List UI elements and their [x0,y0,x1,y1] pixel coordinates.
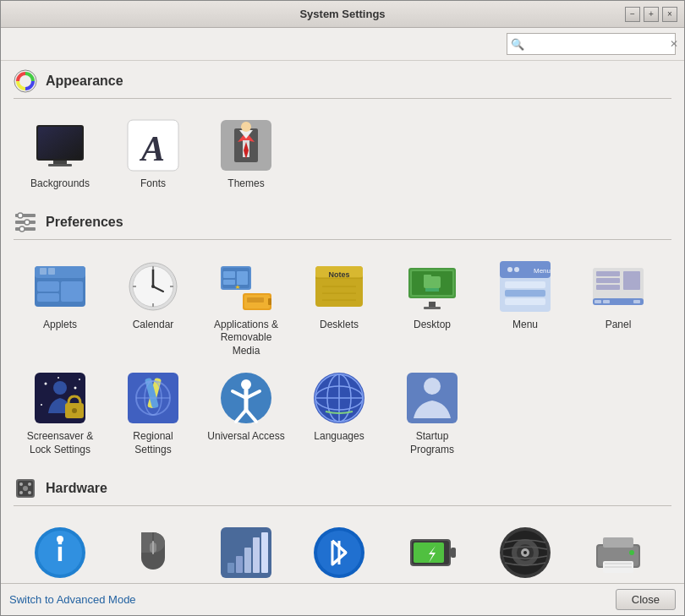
item-themes[interactable]: Themes [200,112,293,198]
desklets-icon: Notes [312,259,366,313]
search-input[interactable] [528,38,670,51]
hardware-icon [14,477,37,500]
svg-point-156 [629,550,634,555]
item-panel[interactable]: Panel [572,253,665,365]
item-menu[interactable]: Menu Menu [479,253,572,365]
svg-rect-25 [37,281,59,292]
item-networking[interactable]: Networking [200,519,293,583]
hardware-section: Hardware i System Info [14,477,671,583]
desktop-icon [405,259,459,313]
svg-rect-141 [451,548,456,558]
universal-access-icon [219,371,273,425]
svg-rect-133 [236,556,243,573]
switch-advanced-mode-link[interactable]: Switch to Advanced Mode [9,593,136,606]
item-fonts[interactable]: A Fonts [107,112,200,198]
desktop-label: Desktop [414,319,451,332]
applications-removable-media-icon [219,259,273,313]
screensaver-lock-icon [33,371,87,425]
screensaver-lock-label: Screensaver &Lock Settings [27,430,94,456]
item-system-info[interactable]: i System Info [14,519,107,583]
svg-point-119 [23,486,28,491]
svg-rect-152 [603,537,633,548]
hardware-grid: i System Info [14,515,671,583]
item-printers[interactable]: Printers [572,519,665,583]
hardware-header: Hardware [14,477,671,506]
svg-rect-66 [505,281,545,288]
maximize-button[interactable]: + [644,7,659,22]
item-sound[interactable]: Sound [479,519,572,583]
calendar-icon [126,259,180,313]
backgrounds-label: Backgrounds [30,177,90,191]
svg-rect-41 [223,271,235,278]
regional-settings-label: RegionalSettings [133,430,173,456]
fonts-label: Fonts [140,177,166,191]
minimize-button[interactable]: − [625,7,640,22]
themes-label: Themes [227,177,264,191]
svg-rect-68 [505,298,545,305]
item-applications-removable-media[interactable]: Applications &RemovableMedia [200,253,293,365]
item-backgrounds[interactable]: Backgrounds [14,112,107,198]
titlebar-buttons: − + × [625,7,677,22]
item-languages[interactable]: Languages [293,364,386,463]
panel-icon [591,259,645,313]
themes-icon [219,118,273,172]
svg-rect-80 [623,271,640,290]
startup-programs-label: StartupPrograms [410,430,454,456]
item-calendar[interactable]: Calendar [107,253,200,365]
svg-rect-75 [603,300,610,303]
svg-point-70 [514,267,519,272]
item-regional-settings[interactable]: RegionalSettings [107,364,200,463]
hardware-title: Hardware [46,481,107,496]
appearance-grid: Backgrounds A Fonts [14,107,671,202]
item-desklets[interactable]: Notes Desklets [293,253,386,365]
item-desktop[interactable]: Desktop [386,253,479,365]
item-mouse-touchpad[interactable]: Mouse andTouchpad [107,519,200,583]
applications-removable-media-label: Applications &RemovableMedia [214,319,278,358]
svg-point-112 [424,378,441,395]
svg-point-22 [19,226,25,232]
languages-icon [312,371,366,425]
search-clear-icon[interactable]: ✕ [670,38,678,50]
item-startup-programs[interactable]: StartupPrograms [386,364,479,463]
titlebar-close-button[interactable]: × [662,7,677,22]
svg-rect-134 [244,548,251,573]
svg-text:A: A [139,129,165,168]
svg-point-85 [41,404,42,406]
printers-icon [591,526,645,580]
svg-point-117 [19,491,23,494]
svg-point-115 [19,482,23,486]
svg-rect-19 [15,227,36,231]
desklets-label: Desklets [320,319,359,332]
svg-point-34 [151,285,155,288]
svg-point-69 [507,267,512,272]
item-applets[interactable]: Applets [14,253,107,365]
svg-point-84 [74,387,77,390]
svg-point-88 [53,381,67,395]
item-bluetooth[interactable]: Bluetooth [293,519,386,583]
close-button[interactable]: Close [616,589,676,610]
svg-point-116 [28,482,31,486]
svg-point-123 [57,536,63,542]
svg-rect-136 [261,532,268,573]
svg-rect-132 [227,563,234,573]
sound-icon [498,526,552,580]
bluetooth-icon [312,526,366,580]
svg-rect-78 [596,278,620,283]
svg-rect-60 [424,275,431,278]
svg-rect-142 [414,542,444,563]
applets-icon [33,259,87,313]
svg-rect-62 [429,302,436,307]
svg-rect-135 [253,537,260,573]
appearance-header: Appearance [14,69,671,99]
calendar-label: Calendar [133,319,174,332]
item-screensaver-lock[interactable]: Screensaver &Lock Settings [14,364,107,463]
menu-icon: Menu [498,259,552,313]
svg-rect-4 [53,161,67,164]
svg-point-149 [523,551,527,554]
svg-rect-61 [425,288,439,292]
networking-icon [219,526,273,580]
item-universal-access[interactable]: Universal Access [200,364,293,463]
svg-point-16 [241,122,251,132]
svg-rect-154 [605,563,632,564]
item-power-management[interactable]: PowerManagement [386,519,479,583]
